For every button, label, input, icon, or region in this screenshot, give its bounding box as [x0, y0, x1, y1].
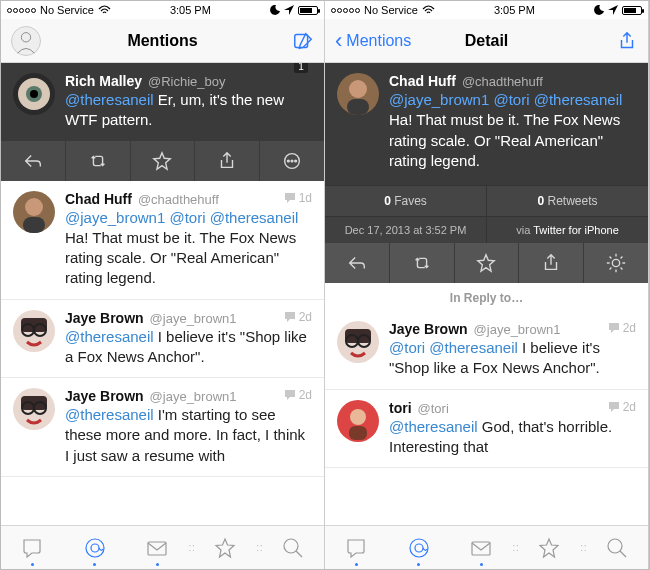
tweet-stats-row: 0 Faves 0 Retweets	[325, 185, 648, 216]
tweet-source[interactable]: via Twitter for iPhone	[487, 217, 648, 243]
share-button[interactable]	[616, 30, 638, 52]
reply-count-icon	[284, 192, 296, 204]
tab-search[interactable]	[262, 536, 324, 560]
nav-bar: ‹ Mentions Detail	[325, 19, 648, 63]
more-button[interactable]	[260, 141, 324, 181]
tweet-meta: 2d	[608, 321, 636, 335]
moon-icon	[594, 5, 604, 15]
settings-button[interactable]	[584, 243, 648, 283]
tweet-text: @theresaneil God, that's horrible. Inter…	[389, 417, 636, 458]
tweet-meta: 2d	[284, 310, 312, 324]
tweet-meta: 1d	[284, 191, 312, 205]
profile-avatar-button[interactable]	[11, 26, 41, 56]
tab-messages[interactable]	[126, 536, 188, 560]
tab-timeline[interactable]	[325, 536, 387, 560]
favorite-button[interactable]	[455, 243, 520, 283]
svg-point-30	[415, 544, 423, 552]
tweet-author-name: Rich Malley	[65, 73, 142, 89]
avatar	[13, 388, 55, 430]
tab-favorites[interactable]	[194, 536, 256, 560]
tweet-author-handle: @Richie_boy	[148, 74, 226, 89]
svg-point-27	[350, 409, 366, 425]
reply-button[interactable]	[1, 141, 66, 181]
mentions-list[interactable]: 1 Rich Malley @Richie_boy @theresaneil E…	[1, 63, 324, 525]
share-button[interactable]	[195, 141, 260, 181]
signal-dots-icon	[331, 8, 360, 13]
faves-count[interactable]: 0 Faves	[325, 186, 487, 216]
tweet-text: @theresaneil I'm starting to see these m…	[65, 405, 312, 466]
tweet-author-handle: @jaye_brown1	[150, 311, 237, 326]
status-bar: No Service 3:05 PM	[1, 1, 324, 19]
tweet-row[interactable]: Jaye Brown @jaye_brown1 2d @theresaneil …	[1, 300, 324, 379]
tab-timeline[interactable]	[1, 536, 63, 560]
tweet-author-name: tori	[389, 400, 412, 416]
avatar	[337, 321, 379, 363]
svg-point-6	[287, 160, 289, 162]
svg-rect-10	[23, 217, 45, 233]
svg-rect-22	[347, 99, 369, 115]
retweet-button[interactable]	[66, 141, 131, 181]
tweet-timestamp: Dec 17, 2013 at 3:52 PM	[325, 217, 487, 243]
avatar	[337, 73, 379, 115]
carrier-label: No Service	[364, 4, 418, 16]
tweet-meta: 2d	[284, 388, 312, 402]
svg-rect-19	[148, 542, 166, 555]
wifi-icon	[98, 5, 111, 15]
tweet-author-handle: @chadthehuff	[462, 74, 543, 89]
avatar	[13, 73, 55, 115]
clock-label: 3:05 PM	[435, 4, 594, 16]
reply-count-icon	[608, 401, 620, 413]
compose-button[interactable]	[292, 30, 314, 52]
tab-mentions[interactable]	[387, 536, 449, 560]
tab-messages[interactable]	[450, 536, 512, 560]
svg-rect-28	[349, 426, 367, 440]
tweet-row[interactable]: Jaye Brown @jaye_brown1 2d @theresaneil …	[1, 378, 324, 477]
retweets-count[interactable]: 0 Retweets	[487, 186, 648, 216]
carrier-label: No Service	[40, 4, 94, 16]
svg-rect-31	[472, 542, 490, 555]
tab-bar: : : : :	[325, 525, 648, 569]
tweet-author-name: Chad Huff	[65, 191, 132, 207]
tweet-author-handle: @chadthehuff	[138, 192, 219, 207]
svg-point-4	[30, 90, 38, 98]
battery-icon	[298, 6, 318, 15]
back-button[interactable]: ‹ Mentions	[335, 30, 411, 52]
tab-search[interactable]	[586, 536, 648, 560]
reply-button[interactable]	[325, 243, 390, 283]
back-label: Mentions	[346, 32, 411, 50]
tweet-text: @jaye_brown1 @tori @theresaneil Ha! That…	[389, 90, 636, 171]
tab-mentions[interactable]	[63, 536, 125, 560]
tweet-author-name: Jaye Brown	[65, 310, 144, 326]
tweet-author-name: Jaye Brown	[389, 321, 468, 337]
tweet-action-row	[325, 243, 648, 283]
tweet-meta: 2d	[608, 400, 636, 414]
tweet-text: @jaye_brown1 @tori @theresaneil Ha! That…	[65, 208, 312, 289]
svg-point-23	[612, 259, 619, 266]
avatar	[13, 191, 55, 233]
detail-content[interactable]: Chad Huff @chadthehuff @jaye_brown1 @tor…	[325, 63, 648, 525]
in-reply-to-label: In Reply to…	[325, 283, 648, 311]
tweet-row[interactable]: tori @tori 2d @theresaneil God, that's h…	[325, 390, 648, 469]
featured-tweet[interactable]: Rich Malley @Richie_boy @theresaneil Er,…	[1, 63, 324, 141]
svg-point-18	[91, 544, 99, 552]
reply-count-icon	[284, 389, 296, 401]
tweet-author-handle: @jaye_brown1	[150, 389, 237, 404]
svg-point-21	[349, 80, 367, 98]
nav-bar: Mentions	[1, 19, 324, 63]
tweet-row[interactable]: Jaye Brown @jaye_brown1 2d @tori @theres…	[325, 311, 648, 390]
svg-point-9	[25, 198, 43, 216]
tweet-timestamp-row: Dec 17, 2013 at 3:52 PM via Twitter for …	[325, 216, 648, 243]
tweet-author-handle: @jaye_brown1	[474, 322, 561, 337]
moon-icon	[270, 5, 280, 15]
unread-badge: 1	[294, 63, 308, 73]
share-button[interactable]	[519, 243, 584, 283]
retweet-button[interactable]	[390, 243, 455, 283]
tweet-row[interactable]: Chad Huff @chadthehuff 1d @jaye_brown1 @…	[1, 181, 324, 300]
page-title: Mentions	[1, 32, 324, 50]
avatar	[337, 400, 379, 442]
favorite-button[interactable]	[131, 141, 196, 181]
status-bar: No Service 3:05 PM	[325, 1, 648, 19]
svg-point-17	[86, 539, 104, 557]
tweet-text: @theresaneil I believe it's "Shop like a…	[65, 327, 312, 368]
tab-favorites[interactable]	[518, 536, 580, 560]
